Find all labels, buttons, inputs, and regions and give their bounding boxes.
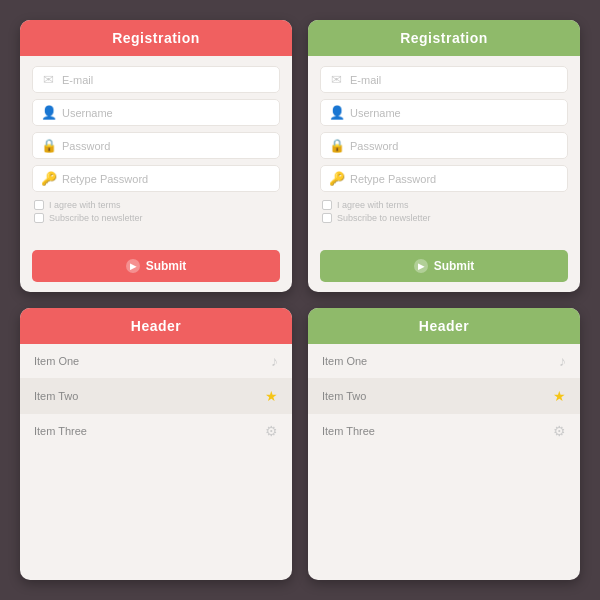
list-item-icon-0: ♪ (559, 353, 566, 369)
checkbox-row-1[interactable]: Subscribe to newsletter (34, 213, 278, 223)
card-header-reg-green: Registration (308, 20, 580, 56)
field-icon-2: 🔒 (41, 138, 55, 153)
card-header-list-red: Header (20, 308, 292, 344)
field-placeholder-1: Username (62, 107, 113, 119)
field-icon-2: 🔒 (329, 138, 343, 153)
list-item-label-1: Item Two (322, 390, 366, 402)
list-item-0[interactable]: Item One♪ (308, 344, 580, 379)
checkboxes: I agree with termsSubscribe to newslette… (320, 198, 568, 225)
input-row-1[interactable]: 👤Username (32, 99, 280, 126)
submit-button[interactable]: ▶Submit (320, 250, 568, 282)
field-placeholder-0: E-mail (62, 74, 93, 86)
submit-label: Submit (434, 259, 475, 273)
field-placeholder-2: Password (62, 140, 110, 152)
input-row-3[interactable]: 🔑Retype Password (320, 165, 568, 192)
card-header-list-green: Header (308, 308, 580, 344)
checkbox-box-0[interactable] (34, 200, 44, 210)
input-row-0[interactable]: ✉E-mail (320, 66, 568, 93)
card-reg-green: Registration✉E-mail👤Username🔒Password🔑Re… (308, 20, 580, 292)
checkbox-row-0[interactable]: I agree with terms (34, 200, 278, 210)
submit-button[interactable]: ▶Submit (32, 250, 280, 282)
list-item-2[interactable]: Item Three⚙ (20, 414, 292, 448)
input-row-0[interactable]: ✉E-mail (32, 66, 280, 93)
card-list-green: HeaderItem One♪Item Two★Item Three⚙ (308, 308, 580, 580)
list-body: Item One♪Item Two★Item Three⚙ (20, 344, 292, 580)
checkbox-box-1[interactable] (322, 213, 332, 223)
list-item-icon-2: ⚙ (553, 423, 566, 439)
field-icon-0: ✉ (329, 72, 343, 87)
form-body: ✉E-mail👤Username🔒Password🔑Retype Passwor… (308, 56, 580, 244)
list-item-label-0: Item One (322, 355, 367, 367)
card-list-red: HeaderItem One♪Item Two★Item Three⚙ (20, 308, 292, 580)
field-icon-1: 👤 (41, 105, 55, 120)
list-item-icon-1: ★ (265, 388, 278, 404)
list-item-1[interactable]: Item Two★ (20, 379, 292, 414)
field-placeholder-0: E-mail (350, 74, 381, 86)
list-item-label-1: Item Two (34, 390, 78, 402)
list-body: Item One♪Item Two★Item Three⚙ (308, 344, 580, 580)
field-placeholder-2: Password (350, 140, 398, 152)
checkbox-label-0: I agree with terms (49, 200, 121, 210)
play-icon: ▶ (414, 259, 428, 273)
checkbox-box-1[interactable] (34, 213, 44, 223)
field-icon-1: 👤 (329, 105, 343, 120)
list-item-label-2: Item Three (322, 425, 375, 437)
input-row-2[interactable]: 🔒Password (32, 132, 280, 159)
checkbox-box-0[interactable] (322, 200, 332, 210)
checkbox-label-1: Subscribe to newsletter (337, 213, 431, 223)
submit-label: Submit (146, 259, 187, 273)
list-item-icon-0: ♪ (271, 353, 278, 369)
checkboxes: I agree with termsSubscribe to newslette… (32, 198, 280, 225)
field-icon-3: 🔑 (329, 171, 343, 186)
form-body: ✉E-mail👤Username🔒Password🔑Retype Passwor… (20, 56, 292, 244)
list-item-icon-2: ⚙ (265, 423, 278, 439)
checkbox-label-0: I agree with terms (337, 200, 409, 210)
field-placeholder-3: Retype Password (350, 173, 436, 185)
card-reg-red: Registration✉E-mail👤Username🔒Password🔑Re… (20, 20, 292, 292)
list-item-0[interactable]: Item One♪ (20, 344, 292, 379)
checkbox-label-1: Subscribe to newsletter (49, 213, 143, 223)
field-icon-0: ✉ (41, 72, 55, 87)
input-row-2[interactable]: 🔒Password (320, 132, 568, 159)
card-header-reg-red: Registration (20, 20, 292, 56)
input-row-3[interactable]: 🔑Retype Password (32, 165, 280, 192)
play-icon: ▶ (126, 259, 140, 273)
list-item-label-0: Item One (34, 355, 79, 367)
input-row-1[interactable]: 👤Username (320, 99, 568, 126)
main-grid: Registration✉E-mail👤Username🔒Password🔑Re… (0, 0, 600, 600)
field-icon-3: 🔑 (41, 171, 55, 186)
field-placeholder-1: Username (350, 107, 401, 119)
field-placeholder-3: Retype Password (62, 173, 148, 185)
list-item-label-2: Item Three (34, 425, 87, 437)
checkbox-row-0[interactable]: I agree with terms (322, 200, 566, 210)
list-item-icon-1: ★ (553, 388, 566, 404)
checkbox-row-1[interactable]: Subscribe to newsletter (322, 213, 566, 223)
list-item-1[interactable]: Item Two★ (308, 379, 580, 414)
list-item-2[interactable]: Item Three⚙ (308, 414, 580, 448)
